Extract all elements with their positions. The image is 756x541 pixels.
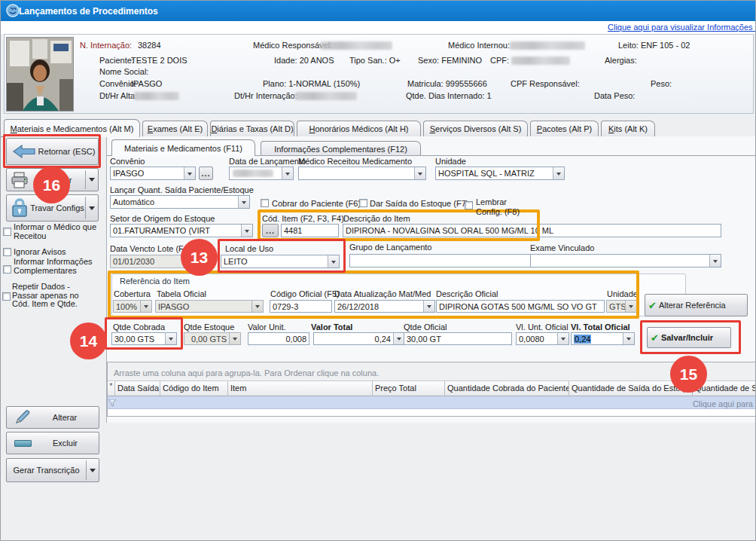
grupo-lancamento-select[interactable] [349,254,554,267]
tab-kits[interactable]: Kits (Alt K) [601,121,655,136]
exame-vinculado-select[interactable] [530,254,721,267]
setor-origem-select[interactable]: 01.FATURAMENTO (VIRT [110,224,253,237]
chevron-down-icon[interactable] [393,333,404,344]
chevron-down-icon[interactable] [623,333,634,344]
cpf-responsavel-label: CPF Responsável: [511,79,580,88]
gerar-transcricao-label: Gerar Transcrição [7,466,86,475]
data-atualizacao-select[interactable]: 26/12/2018 [334,300,435,313]
qtde-estoque-select: 0,00 GTS [184,332,241,345]
leito-value: Leito: ENF 105 - 02 [618,41,690,50]
lembrar-config-checkbox[interactable] [465,201,473,209]
valor-total-select[interactable]: 0,24 [313,332,405,345]
annotation-badge-15: 15 [670,356,707,393]
visualizar-informacoes-link[interactable]: Clique aqui para visualizar Informações … [608,23,756,32]
vl-total-oficial-value: 0,24 [574,335,591,344]
cod-item-browse-button[interactable]: ... [262,224,279,237]
gerar-transcricao-button[interactable]: Gerar Transcrição [6,458,99,482]
chevron-down-icon[interactable] [423,301,434,312]
paciente-value: TESTE 2 DOIS [131,56,187,65]
retornar-label: Retornar (ESC) [35,147,98,156]
chevron-down-icon[interactable] [241,225,252,237]
repetir-dados-label[interactable]: Repetir Dados - Passar apenas no Cód. It… [12,283,96,309]
convenio-header-value: IPASGO [131,79,162,88]
valor-unit-input[interactable]: 0,008 [248,332,309,345]
plano-value: Plano: 1-NORMAL (150%) [263,79,360,88]
qtde-cobrada-select[interactable]: 30,00 GTS [111,332,177,345]
grid-column-item[interactable]: Item [228,381,373,396]
lancar-quant-select[interactable]: Automático [110,195,250,209]
retornar-button[interactable]: Retornar (ESC) [6,138,99,165]
chevron-down-icon[interactable] [414,167,425,179]
local-uso-value: LEITO [221,257,328,266]
descricao-oficial-input[interactable]: DIPIRONA GOTAS 500 MG/ML SO VO GT [436,300,605,313]
informar-medico-label[interactable]: Informar o Médico que Receitou [14,223,102,240]
alterar-referencia-button[interactable]: ✔ Alterar Referência [645,294,748,316]
vl-total-oficial-select[interactable]: 0,24 [571,332,635,345]
dar-saida-label[interactable]: Dar Saída do Estoque (F7) [370,199,468,208]
salvar-incluir-button[interactable]: ✔ Salvar/Incluir [647,327,731,348]
chevron-down-icon[interactable] [709,255,721,267]
unidade-select[interactable]: HOSPITAL SQL - MATRIZ [435,167,565,180]
unidade-value: HOSPITAL SQL - MATRIZ [436,169,553,178]
chevron-down-icon[interactable] [184,167,195,179]
qtde-oficial-input[interactable]: 30,00 GT [404,332,512,345]
lembrar-config-label-1[interactable]: Lembrar [476,197,507,206]
local-uso-select[interactable]: LEITO [221,255,340,268]
medico-receitou-select[interactable] [298,167,426,180]
vl-unt-oficial-select[interactable]: 0,0080 [516,332,569,345]
dar-saida-checkbox[interactable] [359,199,367,207]
grid-filter-hint: Clique aqui para [643,399,753,408]
tab-diarias-taxas[interactable]: Diárias e Taxas (Alt D) [210,121,294,136]
informar-medico-checkbox[interactable] [3,228,11,236]
convenio-browse-button[interactable]: ... [199,167,213,180]
dthr-internacao-label: Dt/Hr Internação: [234,91,297,100]
referencia-title: Referência do Item [120,277,190,286]
codigo-oficial-label: Código Oficial (F5) [270,289,340,298]
cod-item-input[interactable]: 4481 [281,224,339,237]
tab-servicos-diversos[interactable]: Serviços Diversos (Alt S) [423,121,528,136]
qtde-oficial-value: 30,00 GT [404,335,511,344]
grid-column-codigo-item[interactable]: Código do Item [160,381,228,396]
tabela-oficial-label: Tabela Oficial [157,289,206,298]
tab-baseline-gap [5,136,139,137]
tab-honorarios-medicos[interactable]: Honorários Médicos (Alt H) [297,121,421,136]
data-lancamento-label: Data de Lançamento [229,157,306,166]
window-title: Lançamentos de Procedimentos [19,6,158,17]
chevron-down-icon[interactable] [557,333,569,344]
chevron-down-icon [89,206,95,213]
ignorar-avisos-label[interactable]: Ignorar Avisos [14,248,102,257]
excluir-button[interactable]: Excluir [6,432,99,454]
tab-materiais-medicamentos[interactable]: Materiais e Medicamentos (Alt M) [4,119,140,137]
inner-tab-materiais-f11[interactable]: Materiais e Medicamentos (F11) [111,139,255,156]
chevron-down-icon[interactable] [553,167,564,179]
tab-label: Honorários Médicos (Alt H) [309,124,408,133]
imprimir-dropdown-arrow[interactable] [86,175,98,185]
inner-tab-informacoes-f12[interactable]: Informações Complementares (F12) [261,141,421,156]
grid-column-qtd-cobrada[interactable]: Quantidade Cobrada do Paciente [445,381,569,396]
chevron-down-icon[interactable] [328,255,339,267]
cobertura-value: 100% [114,302,140,311]
codigo-oficial-input[interactable]: 0729-3 [270,300,332,313]
informar-informacoes-checkbox[interactable] [3,265,11,274]
alterar-button[interactable]: Alterar [6,406,99,429]
gerar-dropdown-arrow[interactable] [87,466,99,475]
cobrar-paciente-label[interactable]: Cobrar do Paciente (F6) [272,199,361,208]
grid-column-data-saida[interactable]: Data Saída [115,381,160,396]
lembrar-config-label-2[interactable]: Config. (F8) [476,207,520,216]
lock-icon [10,197,29,219]
cobrar-paciente-checkbox[interactable] [261,199,269,207]
tab-label: Pacotes (Alt P) [537,124,592,133]
tab-exames[interactable]: Exames (Alt E) [142,121,208,136]
grid-column-preco-total[interactable]: Preço Total [373,381,445,396]
chevron-down-icon[interactable] [282,167,293,179]
ignorar-avisos-checkbox[interactable] [3,248,11,256]
travar-dropdown-arrow[interactable] [86,203,98,213]
chevron-down-icon[interactable] [165,333,176,344]
vl-unt-oficial-value: 0,0080 [517,335,557,344]
descricao-item-input[interactable]: DIPIRONA - NOVALGINA SOL ORAL 500 MG/ML … [343,224,721,237]
tab-pacotes[interactable]: Pacotes (Alt P) [530,121,599,136]
convenio-select[interactable]: IPASGO [110,167,196,180]
informar-informacoes-label[interactable]: Informar Informações Complementares [14,258,102,275]
repetir-dados-checkbox[interactable] [2,292,11,301]
chevron-down-icon[interactable] [238,196,249,208]
